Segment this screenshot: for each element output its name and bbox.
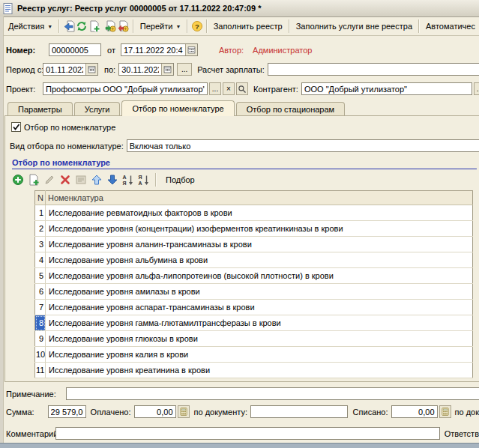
- fill-registry-button[interactable]: Заполнить реестр: [210, 19, 286, 34]
- period-from-calendar-button[interactable]: [85, 64, 97, 75]
- period-options-button[interactable]: ...: [177, 63, 192, 76]
- calendar-icon: [163, 65, 172, 73]
- move-down-button[interactable]: [106, 173, 119, 187]
- period-to-calendar-button[interactable]: [161, 64, 173, 75]
- actions-menu-button[interactable]: Действия ▼: [4, 19, 56, 34]
- filter-kind-input[interactable]: [127, 139, 479, 152]
- nomenclature-row[interactable]: 11 Исследование уровня креатинина в кров…: [35, 363, 473, 378]
- sort-asc-button[interactable]: А Я: [121, 173, 135, 187]
- nomenclature-cell[interactable]: Исследование уровня глюкозы в крови: [46, 331, 473, 347]
- nomenclature-row[interactable]: 5 Исследование уровня альфа-липопротеино…: [35, 268, 473, 284]
- post-document-icon: [105, 20, 117, 32]
- nomenclature-cell[interactable]: Исследование ревматоидных факторов в кро…: [46, 205, 473, 221]
- row-number-cell[interactable]: 6: [35, 284, 46, 300]
- nomenclature-row[interactable]: 9 Исследование уровня глюкозы в крови: [35, 331, 473, 347]
- ellipsis-icon: ...: [212, 85, 218, 93]
- note-label: Примечание:: [6, 390, 66, 399]
- refresh-button[interactable]: [75, 19, 88, 34]
- period-to-input[interactable]: [119, 64, 161, 75]
- save-close-button[interactable]: [62, 19, 75, 34]
- row-number-cell[interactable]: 7: [35, 300, 46, 315]
- row-number-cell[interactable]: 5: [35, 268, 46, 284]
- automatic-button[interactable]: Автоматичес: [422, 19, 479, 34]
- project-open-button[interactable]: [236, 82, 248, 95]
- tab-otbor-po-nomenklature[interactable]: Отбор по номенклатуре: [121, 100, 234, 116]
- main-toolbar: Действия ▼: [0, 17, 479, 36]
- fill-services-outside-button[interactable]: Заполнить услуги вне реестра: [292, 19, 416, 34]
- tab-uslugi[interactable]: Услуги: [74, 102, 121, 115]
- window-title: Реестр услуг: Реестр услуг 00000005 от 1…: [17, 4, 261, 13]
- nomenclature-cell[interactable]: Исследование уровня (концентрации) изофе…: [46, 221, 473, 237]
- finish-editing-button[interactable]: [74, 173, 88, 187]
- add-row-button[interactable]: [11, 173, 25, 187]
- nomenclature-row[interactable]: 7 Исследование уровня аспарат-трансамина…: [35, 300, 473, 315]
- tab-otbor-po-statsionaram[interactable]: Отбор по стационарам: [236, 102, 345, 115]
- nomenclature-cell[interactable]: Исследование уровня амилазы в крови: [46, 284, 473, 300]
- project-clear-button[interactable]: ×: [223, 82, 235, 95]
- nomenclature-row[interactable]: 10 Исследование уровня калия в крови: [35, 347, 473, 363]
- nomenclature-row[interactable]: 8 Исследование уровня гамма-глютамилтран…: [35, 315, 473, 331]
- column-header-nomenclature: Номенклатура: [46, 191, 473, 205]
- copy-row-button[interactable]: [27, 173, 40, 187]
- nomenclature-cell[interactable]: Исследование уровня калия в крови: [46, 347, 473, 363]
- nomenclature-cell[interactable]: Исследование уровня альфа-липопротеинов …: [46, 268, 473, 284]
- salary-input[interactable]: [268, 63, 479, 76]
- nomenclature-row[interactable]: 4 Исследование уровня альбумина в крови: [35, 252, 473, 268]
- datetime-input[interactable]: [121, 44, 185, 55]
- row-number-cell[interactable]: 9: [35, 331, 46, 347]
- calculator-icon: [179, 407, 188, 417]
- nomenclature-filter-checkbox[interactable]: [11, 122, 21, 132]
- post-document-button[interactable]: [104, 19, 117, 34]
- nomenclature-cell[interactable]: Исследование уровня креатинина в крови: [46, 363, 473, 378]
- sum-input[interactable]: [49, 406, 85, 417]
- paid-input[interactable]: [135, 406, 175, 417]
- unpost-document-button[interactable]: [117, 19, 130, 34]
- row-number-cell[interactable]: 2: [35, 221, 46, 237]
- svg-text:А: А: [139, 181, 142, 186]
- period-from-input[interactable]: [43, 64, 85, 75]
- paid-label: Оплачено:: [91, 408, 131, 417]
- section-header: Отбор по номенклатуре: [12, 158, 477, 169]
- nomenclature-row[interactable]: 2 Исследование уровня (концентрации) изо…: [35, 221, 473, 237]
- paid-calc-button[interactable]: [178, 405, 190, 418]
- row-number-cell[interactable]: 1: [35, 205, 46, 221]
- tab-parametry[interactable]: Параметры: [7, 102, 73, 115]
- nomenclature-cell[interactable]: Исследование уровня аспарат-трансаминазы…: [46, 300, 473, 315]
- paid-by-doc-input[interactable]: [250, 405, 348, 418]
- counterparty-select-button[interactable]: ...: [474, 82, 479, 95]
- paid-by-doc-label: по документу:: [194, 408, 247, 417]
- pick-button[interactable]: Подбор: [161, 175, 199, 184]
- counterparty-input[interactable]: [301, 82, 472, 95]
- delete-row-button[interactable]: [58, 173, 72, 187]
- nomenclature-cell[interactable]: Исследование уровня альбумина в крови: [46, 252, 473, 268]
- nomenclature-cell[interactable]: Исследование уровня гамма-глютамилтрансф…: [46, 315, 473, 331]
- nomenclature-row[interactable]: 3 Исследование уровня аланин-трансаминаз…: [35, 237, 473, 252]
- project-input[interactable]: [43, 82, 208, 95]
- row-number-cell[interactable]: 3: [35, 237, 46, 252]
- row-number-cell[interactable]: 4: [35, 252, 46, 268]
- nomenclature-row[interactable]: 6 Исследование уровня амилазы в крови: [35, 284, 473, 300]
- datetime-calendar-button[interactable]: [185, 44, 197, 55]
- comment-input[interactable]: [55, 427, 440, 440]
- counterparty-label: Контрагент:: [253, 85, 298, 94]
- toolbar-separator: [133, 19, 134, 33]
- project-select-button[interactable]: ...: [209, 82, 221, 95]
- writeoff-input[interactable]: [392, 406, 437, 417]
- author-value: Администратор: [253, 46, 312, 55]
- row-number-cell[interactable]: 8: [35, 315, 46, 331]
- goto-menu-button[interactable]: Перейти ▼: [136, 19, 185, 34]
- move-up-button[interactable]: [90, 173, 103, 187]
- copy-document-button[interactable]: [88, 19, 101, 34]
- row-number-cell[interactable]: 11: [35, 363, 46, 378]
- writeoff-calc-button[interactable]: [439, 405, 451, 418]
- note-input[interactable]: [66, 387, 479, 400]
- comment-row: Комментарий: Ответств: [6, 426, 479, 441]
- nomenclature-row[interactable]: 1 Исследование ревматоидных факторов в к…: [35, 205, 473, 221]
- row-number-cell[interactable]: 10: [35, 347, 46, 363]
- edit-row-button[interactable]: [43, 173, 56, 187]
- finish-editing-icon: [75, 174, 87, 186]
- help-button[interactable]: ?: [190, 19, 203, 34]
- sort-desc-button[interactable]: Я А: [137, 173, 151, 187]
- nomenclature-cell[interactable]: Исследование уровня аланин-трансаминазы …: [46, 237, 473, 252]
- number-input[interactable]: [49, 43, 101, 56]
